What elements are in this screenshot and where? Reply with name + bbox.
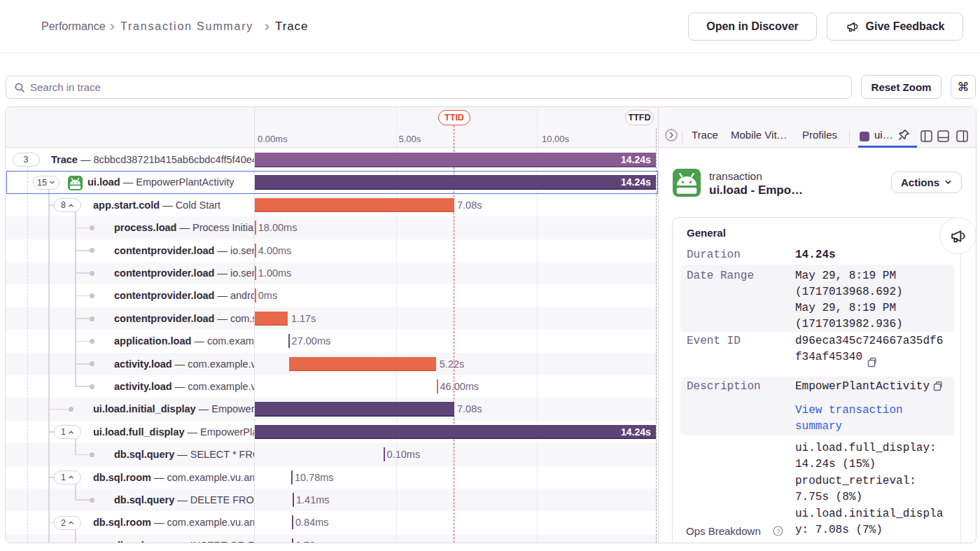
svg-text:?: ?	[776, 528, 780, 535]
